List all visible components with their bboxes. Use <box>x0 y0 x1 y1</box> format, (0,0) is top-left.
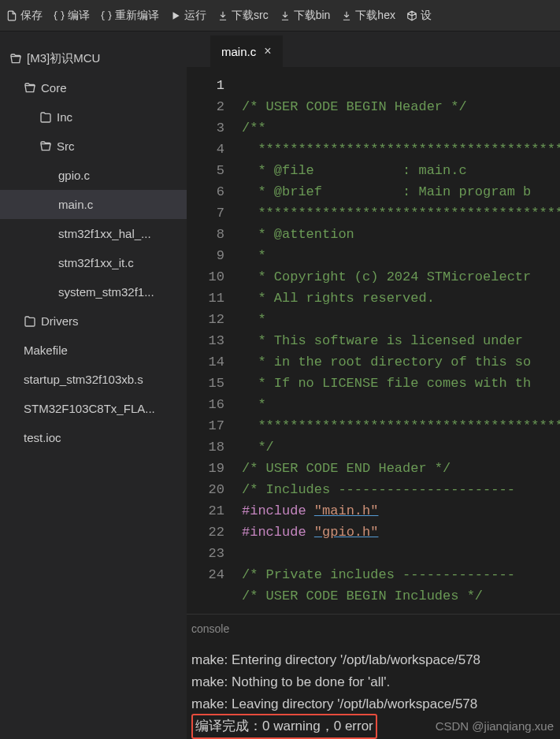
compile-result-highlight: 编译完成：0 warning，0 error <box>191 714 377 739</box>
editor-area: main.c × 1 2 3 4 5 6 7 8 9 10 11 12 13 1… <box>187 32 560 739</box>
tree-item-label: Core <box>41 81 67 95</box>
cube-icon <box>406 10 417 21</box>
toolbar-run[interactable]: 运行 <box>170 9 206 23</box>
toolbar-download-hex[interactable]: 下载hex <box>341 9 395 23</box>
tree-file-system[interactable]: system_stm32f1... <box>0 277 187 306</box>
tree-file-hal[interactable]: stm32f1xx_hal_... <box>0 219 187 248</box>
tree-file-gpio[interactable]: gpio.c <box>0 161 187 190</box>
brackets-icon <box>54 10 65 21</box>
toolbar-save[interactable]: 保存 <box>6 9 43 23</box>
line-number-gutter: 1 2 3 4 5 6 7 8 9 10 11 12 13 14 15 16 1… <box>187 67 234 614</box>
download-icon <box>341 10 352 21</box>
tree-file-main[interactable]: main.c <box>0 190 187 219</box>
tab-main-c[interactable]: main.c × <box>210 35 283 67</box>
console-line: make: Nothing to be done for 'all'. <box>191 671 560 693</box>
download-icon <box>280 10 291 21</box>
folder-open-icon <box>24 82 36 95</box>
folder-icon <box>24 315 36 328</box>
tree-core[interactable]: Core <box>0 73 187 102</box>
folder-icon <box>39 111 52 124</box>
svg-marker-0 <box>173 12 180 19</box>
tree-src[interactable]: Src <box>0 132 187 161</box>
tree-item-label: gpio.c <box>58 169 90 182</box>
brackets-icon <box>101 10 112 21</box>
tree-flash[interactable]: STM32F103C8Tx_FLA... <box>0 394 187 423</box>
tab-bar: main.c × <box>187 32 560 67</box>
console-line: make: Leaving directory '/opt/lab/worksp… <box>191 693 560 715</box>
code-editor[interactable]: 1 2 3 4 5 6 7 8 9 10 11 12 13 14 15 16 1… <box>187 67 560 614</box>
tree-root[interactable]: [M3]初识MCU <box>0 44 187 73</box>
tree-item-label: stm32f1xx_hal_... <box>58 227 151 240</box>
tree-item-label: Drivers <box>41 314 79 328</box>
tree-file-it[interactable]: stm32f1xx_it.c <box>0 248 187 277</box>
toolbar-download-bin[interactable]: 下载bin <box>280 9 331 23</box>
play-icon <box>170 10 181 21</box>
tree-item-label: Makefile <box>24 344 68 357</box>
tree-item-label: system_stm32f1... <box>58 285 154 299</box>
tree-startup[interactable]: startup_stm32f103xb.s <box>0 365 187 394</box>
toolbar-recompile[interactable]: 重新编译 <box>101 9 159 23</box>
toolbar-compile[interactable]: 编译 <box>54 9 90 23</box>
folder-open-icon <box>39 140 52 153</box>
tree-makefile[interactable]: Makefile <box>0 336 187 365</box>
tree-item-label: Inc <box>57 110 72 124</box>
console-line: make: Entering directory '/opt/lab/works… <box>191 649 560 671</box>
main-area: [M3]初识MCU Core Inc Src gpio.c main.c stm… <box>0 32 560 739</box>
tab-label: main.c <box>221 45 256 58</box>
tree-inc[interactable]: Inc <box>0 102 187 132</box>
toolbar-extra[interactable]: 设 <box>406 9 432 23</box>
close-icon[interactable]: × <box>264 44 271 58</box>
folder-open-icon <box>9 53 22 65</box>
watermark: CSDN @jianqiang.xue <box>436 719 554 733</box>
tree-item-label: main.c <box>58 198 93 211</box>
tree-drivers[interactable]: Drivers <box>0 306 187 336</box>
tree-item-label: test.ioc <box>24 431 61 444</box>
tree-item-label: stm32f1xx_it.c <box>58 256 134 269</box>
tree-item-label: startup_stm32f103xb.s <box>24 373 143 386</box>
tree-item-label: Src <box>57 139 75 153</box>
download-icon <box>217 10 228 21</box>
tree-item-label: [M3]初识MCU <box>27 51 100 66</box>
toolbar: 保存 编译 重新编译 运行 下载src 下载bin 下载hex 设 <box>0 0 560 32</box>
file-icon <box>6 10 17 21</box>
code-content[interactable]: /* USER CODE BEGIN Header */ /** *******… <box>234 67 560 614</box>
tree-item-label: STM32F103C8Tx_FLA... <box>24 402 155 415</box>
console-title: console <box>187 622 560 649</box>
toolbar-download-src[interactable]: 下载src <box>217 9 269 23</box>
file-tree: [M3]初识MCU Core Inc Src gpio.c main.c stm… <box>0 32 187 739</box>
tree-test-ioc[interactable]: test.ioc <box>0 423 187 452</box>
